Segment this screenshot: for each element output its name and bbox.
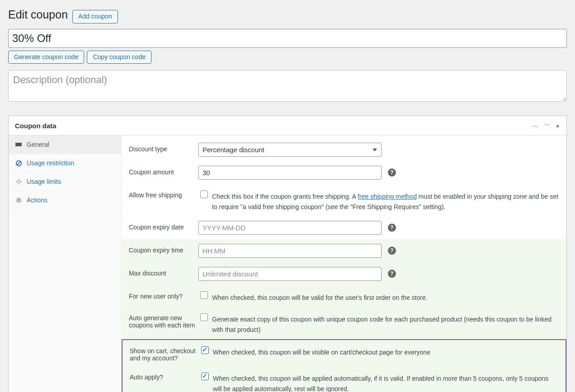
auto-generate-desc: Generate exact copy of this coupon with … xyxy=(212,312,559,335)
tabs-nav: General Usage restriction Usage limits A… xyxy=(9,135,122,392)
tab-general[interactable]: General xyxy=(9,135,121,154)
expiry-time-input[interactable] xyxy=(198,244,382,258)
tab-actions[interactable]: Actions xyxy=(9,191,121,210)
help-icon[interactable]: ? xyxy=(388,168,396,177)
show-on-cart-desc: When checked, this coupon will be visibl… xyxy=(213,345,558,357)
tab-usage-restriction[interactable]: Usage restriction xyxy=(9,154,121,173)
help-icon[interactable]: ? xyxy=(388,270,396,278)
max-discount-input[interactable] xyxy=(198,267,382,281)
show-on-cart-label: Show on cart, checkout and my account? xyxy=(130,345,197,362)
tab-label: Usage restriction xyxy=(27,159,74,167)
ticket-icon xyxy=(15,141,22,148)
svg-line-1 xyxy=(17,161,20,165)
expiry-time-label: Coupon expiry time xyxy=(129,244,196,254)
tab-label: Actions xyxy=(27,196,47,204)
panel-collapse-down-icon[interactable]: ﹀ xyxy=(543,121,551,130)
discount-type-label: Discount type xyxy=(129,143,196,153)
block-icon xyxy=(15,160,22,167)
svg-point-2 xyxy=(17,199,20,201)
coupon-amount-input[interactable] xyxy=(198,166,382,180)
discount-type-select[interactable]: Percentage discount xyxy=(198,143,382,157)
copy-code-button[interactable]: Copy coupon code xyxy=(87,51,151,64)
page-title: Edit coupon xyxy=(8,8,68,21)
free-shipping-desc: Check this box if the coupon grants free… xyxy=(212,189,559,212)
panel-title: Coupon data xyxy=(15,122,57,130)
new-user-checkbox[interactable] xyxy=(200,291,208,299)
tab-label: Usage limits xyxy=(27,178,61,185)
help-icon[interactable]: ? xyxy=(388,224,396,232)
auto-generate-checkbox[interactable] xyxy=(200,313,208,321)
coupon-code-input[interactable] xyxy=(8,29,567,48)
expiry-date-input[interactable] xyxy=(198,221,382,235)
free-shipping-label: Allow free shipping xyxy=(129,189,196,199)
description-input[interactable] xyxy=(8,70,567,102)
new-user-label: For new user only? xyxy=(129,290,196,300)
new-user-desc: When checked, this coupon will be valid … xyxy=(212,290,559,303)
max-discount-label: Max discount xyxy=(129,267,196,277)
desc-text: Check this box if the coupon grants free… xyxy=(212,193,358,200)
coupon-amount-label: Coupon amount xyxy=(129,166,196,176)
free-shipping-link[interactable]: free shipping method xyxy=(358,193,417,200)
show-on-cart-checkbox[interactable] xyxy=(201,346,209,354)
auto-apply-label: Auto apply? xyxy=(130,371,197,381)
help-icon[interactable]: ? xyxy=(388,247,396,255)
expiry-date-label: Coupon expiry date xyxy=(129,221,196,231)
free-shipping-checkbox[interactable] xyxy=(200,191,208,198)
coupon-data-panel: Coupon data ︿ ﹀ ▴ General Usage restrict… xyxy=(8,116,567,392)
limits-icon xyxy=(15,178,22,185)
auto-generate-label: Auto generate new coupons with each item xyxy=(129,312,196,329)
tab-label: General xyxy=(27,141,49,148)
gear-icon xyxy=(15,197,22,204)
panel-toggle-icon[interactable]: ▴ xyxy=(555,121,560,130)
generate-code-button[interactable]: Generate coupon code xyxy=(8,51,84,64)
tab-usage-limits[interactable]: Usage limits xyxy=(9,173,121,191)
auto-apply-checkbox[interactable] xyxy=(201,373,209,380)
add-coupon-button[interactable]: Add coupon xyxy=(72,10,118,23)
auto-apply-desc: When checked, this coupon will be applie… xyxy=(213,371,558,392)
panel-collapse-up-icon[interactable]: ︿ xyxy=(532,121,540,130)
